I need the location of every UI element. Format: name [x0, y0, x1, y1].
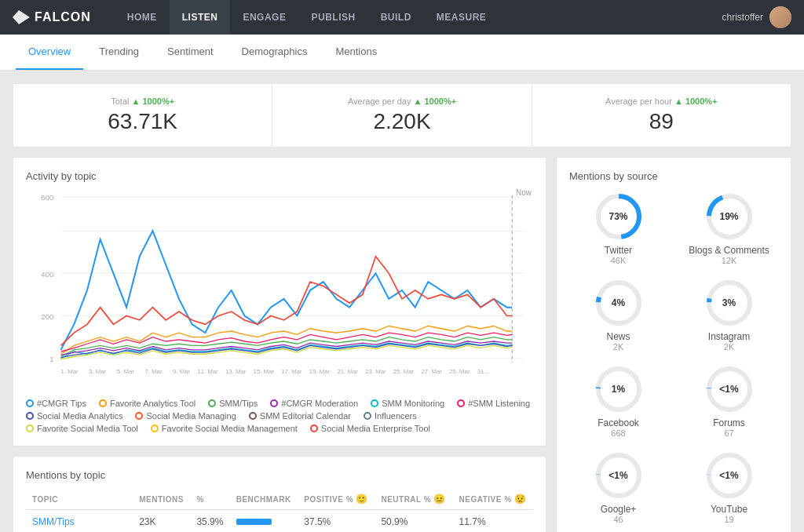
- svg-text:21. Mar: 21. Mar: [338, 368, 359, 375]
- source-blogs-label: Blogs & Comments: [680, 245, 778, 256]
- source-facebook-circle: 1%: [594, 364, 644, 414]
- row-benchmark: [230, 510, 298, 533]
- th-pct: %: [190, 489, 229, 510]
- source-forums: <1% Forums 67: [680, 364, 778, 438]
- activity-chart-card: Activity by topic Now 600 400 200: [13, 157, 546, 446]
- legend-smmtips: SMM/Tips: [208, 399, 258, 408]
- row-negative: 11.7%: [453, 510, 533, 533]
- top-navigation: FALCON HOME LISTEN ENGAGE PUBLISH BUILD …: [0, 0, 804, 35]
- stat-total: Total ▲ 1000%+ 63.71K: [13, 84, 272, 147]
- source-twitter-count: 46K: [569, 256, 667, 265]
- row-mentions: 23K: [133, 510, 190, 533]
- mentions-table-card: Mentions by topic TOPIC MENTIONS % BENCH…: [13, 456, 546, 532]
- th-mentions: MENTIONS: [133, 489, 190, 510]
- source-googleplus-count: 46: [569, 515, 667, 524]
- source-instagram: 3% Instagram 2K: [680, 278, 778, 352]
- svg-text:31...: 31...: [477, 368, 489, 375]
- table-body: SMM/Tips 23K 35.9% 37.5% 50.9% 11.7% Inf…: [26, 510, 533, 533]
- brand-logo: FALCON: [13, 10, 91, 24]
- stats-row: Total ▲ 1000%+ 63.71K Average per day ▲ …: [13, 83, 791, 148]
- source-news-circle: 4%: [594, 278, 644, 328]
- nav-build[interactable]: BUILD: [368, 0, 424, 35]
- two-column-layout: Activity by topic Now 600 400 200: [13, 157, 791, 532]
- source-twitter: 73% Twitter 46K: [569, 191, 667, 265]
- avatar-image: [769, 6, 791, 28]
- nav-listen[interactable]: LISTEN: [170, 0, 231, 35]
- stat-avg-day: Average per day ▲ 1000%+ 2.20K: [272, 84, 532, 147]
- stat-avg-hour: Average per hour ▲ 1000%+ 89: [532, 84, 791, 147]
- source-instagram-circle: 3%: [704, 278, 755, 328]
- source-youtube: <1% YouTube 19: [680, 450, 778, 524]
- source-googleplus-pct: <1%: [608, 470, 627, 481]
- th-positive: POSITIVE % 🙂: [298, 489, 375, 510]
- mentions-source-title: Mentions by source: [569, 170, 778, 182]
- svg-text:1: 1: [49, 355, 54, 363]
- nav-links: HOME LISTEN ENGAGE PUBLISH BUILD MEASURE: [115, 0, 722, 35]
- source-googleplus-label: Google+: [569, 504, 667, 515]
- svg-marker-0: [13, 10, 30, 24]
- svg-text:27. Mar: 27. Mar: [421, 368, 442, 375]
- chart-legend: #CMGR Tips Favorite Analytics Tool SMM/T…: [26, 399, 533, 433]
- row-neutral: 50.9%: [375, 510, 452, 533]
- source-blogs-count: 12K: [680, 256, 778, 265]
- tab-trending[interactable]: Trending: [86, 35, 152, 70]
- source-facebook: 1% Facebook 668: [569, 364, 667, 438]
- nav-home[interactable]: HOME: [115, 0, 170, 35]
- source-news: 4% News 2K: [569, 278, 667, 352]
- svg-text:3. Mar: 3. Mar: [89, 368, 107, 375]
- source-blogs-circle: 19%: [704, 191, 755, 242]
- nav-publish[interactable]: PUBLISH: [298, 0, 367, 35]
- legend-smm-monitoring: SMM Monitoring: [371, 399, 444, 408]
- source-facebook-label: Facebook: [569, 417, 667, 428]
- th-neutral: NEUTRAL % 😐: [375, 489, 452, 510]
- source-twitter-circle: 73%: [594, 191, 644, 242]
- source-youtube-circle: <1%: [704, 450, 755, 501]
- source-youtube-count: 19: [680, 515, 778, 524]
- brand-icon: [13, 10, 30, 24]
- source-forums-pct: <1%: [719, 384, 738, 395]
- nav-measure[interactable]: MEASURE: [424, 0, 499, 35]
- svg-text:9. Mar: 9. Mar: [173, 368, 191, 375]
- source-blogs: 19% Blogs & Comments 12K: [680, 191, 778, 265]
- source-facebook-count: 668: [569, 428, 667, 438]
- user-menu[interactable]: christoffer: [722, 6, 791, 28]
- svg-text:19. Mar: 19. Mar: [309, 368, 331, 375]
- svg-text:11. Mar: 11. Mar: [197, 368, 218, 375]
- svg-text:23. Mar: 23. Mar: [365, 368, 386, 375]
- nav-engage[interactable]: ENGAGE: [230, 0, 298, 35]
- row-pct: 35.9%: [190, 510, 229, 533]
- legend-fav-social-tool: Favorite Social Media Tool: [26, 424, 138, 433]
- row-topic: SMM/Tips: [26, 510, 133, 533]
- source-youtube-label: YouTube: [680, 504, 778, 515]
- tab-sentiment[interactable]: Sentiment: [155, 35, 226, 70]
- username: christoffer: [722, 12, 763, 23]
- mentions-table: TOPIC MENTIONS % BENCHMARK POSITIVE % 🙂 …: [26, 489, 533, 532]
- svg-text:13. Mar: 13. Mar: [225, 368, 247, 375]
- tab-mentions[interactable]: Mentions: [323, 35, 389, 70]
- legend-cmgr-mod: #CMGR Moderation: [270, 399, 358, 408]
- source-googleplus-circle: <1%: [594, 450, 644, 501]
- chart-svg: 600 400 200 1 1. Mar 3. Mar 5. Mar 7. Ma…: [26, 188, 533, 392]
- legend-fav-social-mgmt: Favorite Social Media Management: [151, 424, 298, 433]
- legend-enterprise: Social Media Enterprise Tool: [310, 424, 430, 433]
- source-news-count: 2K: [569, 342, 667, 352]
- tab-overview[interactable]: Overview: [16, 35, 83, 70]
- svg-text:7. Mar: 7. Mar: [144, 368, 163, 375]
- table-title: Mentions by topic: [26, 469, 533, 481]
- tab-demographics[interactable]: Demographics: [229, 35, 320, 70]
- source-twitter-label: Twitter: [569, 245, 667, 256]
- svg-text:200: 200: [41, 312, 54, 321]
- topic-link[interactable]: SMM/Tips: [32, 516, 75, 527]
- right-column: Mentions by source 73% Twitter 46K: [556, 157, 791, 532]
- th-topic: TOPIC: [26, 489, 133, 510]
- stat-avg-hour-label: Average per hour ▲ 1000%+: [548, 97, 775, 106]
- source-grid: 73% Twitter 46K 19%: [569, 191, 778, 532]
- table-header-row: TOPIC MENTIONS % BENCHMARK POSITIVE % 🙂 …: [26, 489, 533, 510]
- table-row: SMM/Tips 23K 35.9% 37.5% 50.9% 11.7%: [26, 510, 533, 533]
- source-news-pct: 4%: [612, 297, 625, 308]
- brand-name: FALCON: [35, 10, 91, 24]
- mentions-source-card: Mentions by source 73% Twitter 46K: [556, 157, 791, 532]
- source-forums-label: Forums: [680, 417, 778, 428]
- source-instagram-pct: 3%: [722, 297, 736, 308]
- source-youtube-pct: <1%: [719, 470, 738, 481]
